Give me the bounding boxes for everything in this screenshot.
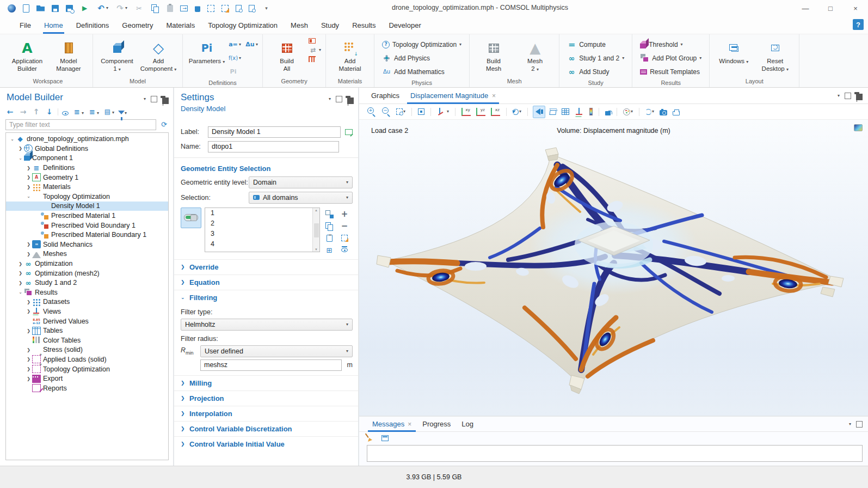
- panel-menu-icon[interactable]: [329, 97, 331, 101]
- add-study-button[interactable]: Add Study: [564, 65, 627, 78]
- g-goto-button[interactable]: [436, 106, 450, 118]
- close-tab-icon[interactable]: ×: [492, 92, 496, 100]
- close-tab-icon[interactable]: ×: [408, 420, 411, 428]
- cut-button[interactable]: [134, 4, 144, 13]
- tree-item[interactable]: Prescribed Void Boundary 1: [6, 221, 168, 230]
- open-folder-button[interactable]: [36, 5, 45, 11]
- arrow-left-button[interactable]: [5, 107, 15, 117]
- tree-item[interactable]: Derived Values: [6, 316, 168, 326]
- tree-item[interactable]: ❯Topology Optimization: [6, 364, 168, 374]
- g-zoomout-button[interactable]: [380, 106, 392, 118]
- tree-item[interactable]: ❯Views: [6, 307, 168, 316]
- tree-item[interactable]: ❯Solid Mechanics: [6, 240, 168, 249]
- float-panel-icon[interactable]: [151, 96, 157, 102]
- selection-select[interactable]: All domains: [249, 192, 353, 204]
- mesh-2-button[interactable]: Mesh2: [515, 36, 555, 72]
- tree-item[interactable]: ❯Stress (solid): [6, 345, 168, 355]
- maximize-button[interactable]: □: [818, 0, 843, 16]
- eye-button[interactable]: [62, 108, 69, 116]
- sel-link-button[interactable]: [323, 209, 335, 220]
- geom-import-button[interactable]: [309, 38, 321, 44]
- sel-paste-button[interactable]: [323, 233, 335, 244]
- component-1-button[interactable]: Component1: [97, 36, 137, 72]
- redo-button[interactable]: [115, 4, 127, 13]
- expand-icon[interactable]: ❯: [26, 300, 32, 304]
- m-window-button[interactable]: [381, 435, 389, 443]
- list-expand-button[interactable]: [88, 107, 99, 117]
- tree-filter-input[interactable]: [5, 119, 156, 130]
- add-plot-group-button[interactable]: Add Plot Group: [637, 51, 705, 65]
- add-component-button[interactable]: AddComponent: [139, 36, 178, 72]
- menu-tab-materials[interactable]: Materials: [159, 16, 201, 34]
- menu-tab-developer[interactable]: Developer: [382, 16, 427, 34]
- plot-thumbnail-icon[interactable]: [854, 124, 863, 131]
- topology-optimization-button[interactable]: Topology Optimization: [379, 38, 465, 51]
- new-file-button[interactable]: [23, 4, 29, 13]
- expand-icon[interactable]: ❯: [26, 309, 32, 314]
- expand-icon[interactable]: ❯: [26, 242, 32, 247]
- domain-list-item[interactable]: 2: [211, 219, 312, 230]
- undo-button[interactable]: [96, 4, 108, 13]
- tree-item[interactable]: ⌄Component 1: [6, 154, 168, 163]
- scroll-up-icon[interactable]: ▲: [315, 209, 318, 212]
- compute-button[interactable]: Compute: [564, 38, 627, 51]
- fx-button[interactable]: [229, 53, 241, 63]
- scroll-thumb[interactable]: [314, 223, 319, 237]
- list-columns-button[interactable]: [103, 107, 114, 117]
- expand-icon[interactable]: ❯: [26, 185, 32, 190]
- domain-list-item[interactable]: 4: [211, 240, 312, 251]
- entity-level-select[interactable]: Domain: [249, 176, 353, 188]
- add-mathematics-button[interactable]: Add Mathematics: [379, 65, 465, 78]
- a-eq-button[interactable]: [229, 40, 241, 49]
- windows-button[interactable]: Windows: [714, 36, 753, 65]
- radius-mode-select[interactable]: User defined: [200, 345, 353, 357]
- expand-icon[interactable]: ❯: [17, 261, 23, 266]
- collapse-icon[interactable]: ⌄: [26, 194, 32, 199]
- reset-desktop-button[interactable]: ResetDesktop: [755, 36, 795, 72]
- search-doc-button[interactable]: [236, 5, 242, 12]
- refresh-icon[interactable]: [159, 120, 169, 129]
- messages-output[interactable]: [367, 445, 863, 462]
- g-extents-button[interactable]: [417, 107, 426, 116]
- tree-item[interactable]: Color Tables: [6, 335, 168, 345]
- m-broom-button[interactable]: [367, 433, 376, 444]
- tree-item[interactable]: Reports: [6, 383, 168, 393]
- filter-radius-input[interactable]: [200, 359, 342, 371]
- view-yz-button[interactable]: [475, 107, 487, 117]
- domain-list-item[interactable]: 1: [211, 209, 312, 219]
- toolbar-chevron-button[interactable]: [262, 4, 271, 13]
- graphics-tab-graphics[interactable]: Graphics: [366, 88, 405, 104]
- application-builder-button[interactable]: ApplicationBuilder: [8, 36, 47, 72]
- section-equation[interactable]: ❯Equation: [174, 274, 358, 290]
- filter-type-select[interactable]: Helmholtz: [181, 319, 353, 331]
- menu-tab-definitions[interactable]: Definitions: [70, 16, 116, 34]
- tree-item[interactable]: ❯Materials: [6, 182, 168, 192]
- paste-button[interactable]: [167, 5, 173, 12]
- result-templates-button[interactable]: Result Templates: [637, 65, 705, 78]
- float-panel-icon[interactable]: [845, 93, 851, 99]
- pin-panel-icon[interactable]: [162, 97, 169, 104]
- expand-icon[interactable]: ❯: [26, 376, 32, 381]
- tree-item[interactable]: ⌄Topology Optimization: [6, 192, 168, 202]
- rename-icon[interactable]: [345, 129, 353, 135]
- menu-tab-results[interactable]: Results: [346, 16, 382, 34]
- add-physics-button[interactable]: Add Physics: [379, 51, 465, 65]
- expand-icon[interactable]: ❯: [26, 252, 32, 257]
- arrow-right-button[interactable]: [19, 107, 28, 117]
- pi-gray-button[interactable]: [229, 67, 241, 76]
- menu-tab-topology-optimization[interactable]: Topology Optimization: [201, 16, 284, 34]
- tree-item[interactable]: ❯Definitions: [6, 163, 168, 173]
- collapse-icon[interactable]: ⌄: [17, 290, 23, 295]
- section-control-variable-initial-value[interactable]: ❯Control Variable Initial Value: [174, 436, 358, 452]
- messages-tab-log[interactable]: Log: [456, 417, 479, 432]
- collapse-icon[interactable]: ⌄: [9, 137, 15, 142]
- expand-icon[interactable]: ❯: [26, 357, 32, 362]
- expand-icon[interactable]: ❯: [26, 175, 32, 180]
- threshold-button[interactable]: Threshold: [637, 38, 705, 51]
- menu-tab-home[interactable]: Home: [38, 16, 70, 34]
- expand-icon[interactable]: ❯: [26, 347, 32, 352]
- sel-remove-button[interactable]: [338, 221, 350, 232]
- help-button[interactable]: ?: [853, 19, 864, 30]
- expand-icon[interactable]: ❯: [26, 367, 32, 371]
- collapse-icon[interactable]: ⌄: [17, 156, 23, 161]
